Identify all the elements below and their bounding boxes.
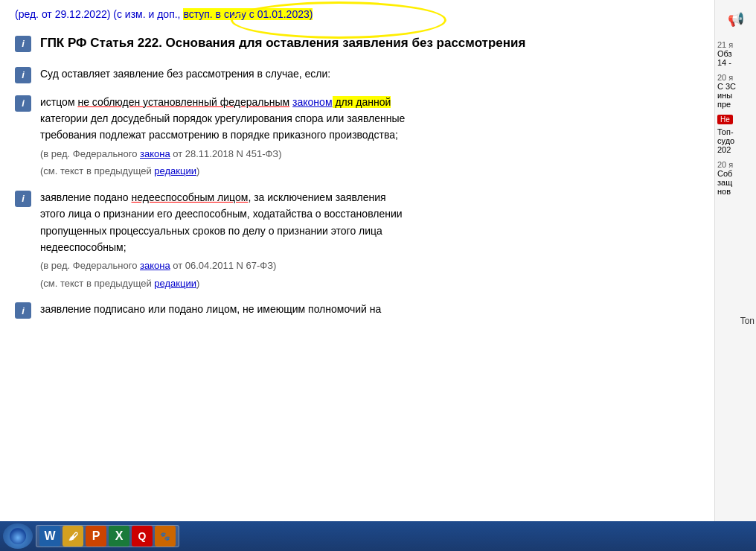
sohu-taskbar-icon[interactable]: 🐾 [155, 526, 176, 547]
main-content: (ред. от 29.12.2022) (с изм. и доп., вст… [0, 0, 714, 521]
p1-meta2-before: (см. текст в предыдущей [40, 165, 154, 176]
word-taskbar-icon[interactable]: W [39, 526, 60, 547]
p2-meta2-before: (см. текст в предыдущей [40, 278, 154, 289]
p2-meta1: (в ред. Федерального закона от 06.04.201… [40, 258, 699, 273]
p1-meta2-after: ) [196, 165, 199, 176]
sidebar-news-3: Не Топ-судо202 [717, 115, 754, 154]
p2-meta2-after: ) [196, 278, 199, 289]
sidebar-news-1: 21 я Обз14 - [717, 40, 754, 67]
excel-taskbar-icon[interactable]: X [109, 526, 129, 547]
p2-meta2-link[interactable]: редакции [154, 278, 196, 289]
paragraph3-text: заявление подписано или подано лицом, не… [40, 301, 699, 317]
paragraph2-block: i заявление подано недееспособным лицом,… [15, 189, 699, 291]
ton-label: Ton [739, 314, 756, 328]
info-icon-p3: i [15, 302, 31, 319]
edition-highlight: вступ. в силу с 01.01.2023) [183, 8, 313, 20]
start-button[interactable] [3, 523, 33, 549]
p2-text-before: заявление подано [40, 191, 132, 203]
sidebar-date-4: 20 я [717, 160, 754, 169]
p2-meta1-after: от 06.04.2011 N 67-ФЗ) [170, 260, 277, 271]
sidebar-news-area: 21 я Обз14 - 20 я С 3Синыпре Не Топ-судо… [715, 37, 756, 205]
info-icon-p1: i [15, 95, 31, 112]
sidebar-snippet-3: Топ-судо202 [717, 127, 754, 154]
sidebar-date-2: 20 я [717, 73, 754, 82]
paragraph1-block: i истцом не соблюден установленный федер… [15, 94, 699, 179]
sidebar-snippet-1: Обз14 - [717, 49, 754, 67]
info-icon-intro: i [15, 67, 31, 83]
paragraph1-text: истцом не соблюден установленный федерал… [40, 94, 699, 144]
p1-text-rest: категории дел досудебный порядок урегули… [40, 112, 405, 141]
p1-highlight: для данной [333, 96, 391, 108]
announcement-icon: 📢 [724, 7, 748, 31]
p1-meta2: (см. текст в предыдущей редакции) [40, 164, 699, 179]
info-icon-p2: i [15, 191, 31, 207]
paragraph3-block: i заявление подписано или подано лицом, … [15, 301, 699, 319]
edition-text-before: (ред. от 29.12.2022) (с изм. и доп., [15, 8, 183, 20]
p1-text-before: истцом [40, 96, 77, 108]
p2-text-underline: недееспособным лицом [132, 191, 249, 203]
intro-text: Суд оставляет заявление без рассмотрения… [40, 66, 699, 82]
svg-point-0 [10, 528, 26, 544]
edition-info: (ред. от 29.12.2022) (с изм. и доп., вст… [15, 7, 699, 22]
p2-meta1-before: (в ред. Федерального [40, 260, 140, 271]
p1-link-zakonom[interactable]: законом [292, 96, 332, 108]
right-sidebar: 📢 21 я Обз14 - 20 я С 3Синыпре Не Топ-су… [714, 0, 756, 521]
sidebar-badge-3: Не [717, 115, 733, 124]
sidebar-snippet-2: С 3Синыпре [717, 82, 754, 109]
qq-taskbar-icon[interactable]: Q [132, 526, 153, 547]
sidebar-date-1: 21 я [717, 40, 754, 49]
powerpoint-taskbar-icon[interactable]: P [86, 526, 106, 547]
p2-meta1-link[interactable]: закона [140, 260, 170, 271]
paragraph1-content: истцом не соблюден установленный федерал… [40, 94, 699, 179]
taskbar: W 🖌 P X Q 🐾 [0, 521, 756, 551]
article-title-block: i ГПК РФ Статья 222. Основания для остав… [15, 34, 699, 52]
p1-text-underline: не соблюден установленный федеральным [77, 96, 289, 108]
p1-meta2-link[interactable]: редакции [154, 165, 196, 176]
p1-meta1: (в ред. Федерального закона от 28.11.201… [40, 147, 699, 162]
paragraph2-content: заявление подано недееспособным лицом, з… [40, 189, 699, 291]
taskbar-group: W 🖌 P X Q 🐾 [36, 525, 179, 547]
sidebar-news-4: 20 я Собзащнов [717, 160, 754, 196]
p1-meta1-before: (в ред. Федерального [40, 148, 140, 159]
article-title: ГПК РФ Статья 222. Основания для оставле… [40, 34, 525, 52]
p1-meta1-after: от 28.11.2018 N 451-ФЗ) [170, 148, 282, 159]
sidebar-news-2: 20 я С 3Синыпре [717, 73, 754, 109]
p2-meta2: (см. текст в предыдущей редакции) [40, 276, 699, 291]
intro-paragraph: i Суд оставляет заявление без рассмотрен… [15, 66, 699, 83]
paragraph2-text: заявление подано недееспособным лицом, з… [40, 189, 699, 256]
paint-taskbar-icon[interactable]: 🖌 [63, 526, 83, 547]
sidebar-snippet-4: Собзащнов [717, 169, 754, 196]
p1-meta1-link[interactable]: закона [140, 148, 170, 159]
info-icon-title: i [15, 36, 31, 52]
